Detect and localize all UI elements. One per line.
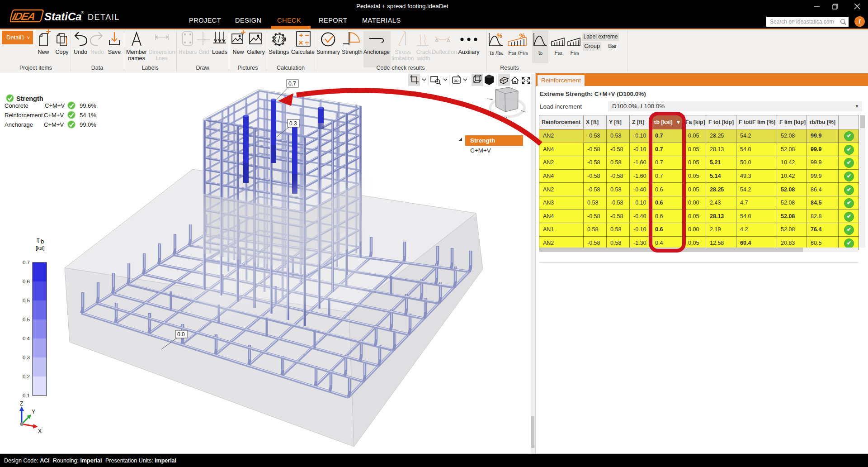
svg-text:0.6: 0.6	[23, 279, 30, 284]
svg-text:C+M+V: C+M+V	[44, 112, 64, 119]
svg-text:®: ®	[81, 10, 84, 15]
svg-text:99.6%: 99.6%	[80, 102, 96, 109]
svg-text:%: %	[519, 32, 525, 39]
svg-text:99.0%: 99.0%	[80, 121, 96, 128]
svg-text:54.1%: 54.1%	[80, 112, 96, 119]
svg-text:0.1: 0.1	[23, 393, 30, 398]
svg-text:0.5: 0.5	[23, 317, 30, 322]
svg-text:3D: 3D	[454, 79, 458, 83]
svg-text:C+M+V: C+M+V	[470, 147, 491, 154]
svg-text:Strength: Strength	[16, 95, 43, 102]
svg-text:0.3: 0.3	[23, 355, 30, 360]
svg-text:0.0: 0.0	[177, 331, 185, 338]
svg-text:IDEA: IDEA	[11, 10, 36, 22]
svg-text:Anchorage: Anchorage	[5, 121, 33, 128]
svg-text:C+M+V: C+M+V	[45, 102, 65, 109]
svg-text:τ: τ	[37, 236, 40, 244]
svg-text:%: %	[496, 32, 502, 39]
svg-text:StatiCa: StatiCa	[44, 10, 82, 23]
svg-text:Strength: Strength	[470, 137, 495, 144]
svg-text:0.5: 0.5	[23, 298, 30, 303]
svg-text:0.4: 0.4	[23, 336, 30, 341]
svg-text:DETAIL: DETAIL	[88, 13, 120, 22]
svg-text:b: b	[41, 238, 44, 245]
svg-text:Y: Y	[32, 409, 35, 415]
svg-text:0.7: 0.7	[288, 81, 296, 87]
svg-text:Reinforcement: Reinforcement	[5, 112, 43, 119]
svg-text:Z: Z	[20, 400, 23, 407]
svg-text:0.3: 0.3	[289, 120, 297, 127]
svg-text:Concrete: Concrete	[5, 102, 28, 109]
svg-text:0.2: 0.2	[23, 374, 30, 379]
svg-text:0.7: 0.7	[23, 260, 30, 265]
svg-text:C+M+V: C+M+V	[44, 121, 64, 128]
svg-text:X: X	[38, 428, 42, 434]
svg-text:[ksi]: [ksi]	[36, 245, 45, 251]
